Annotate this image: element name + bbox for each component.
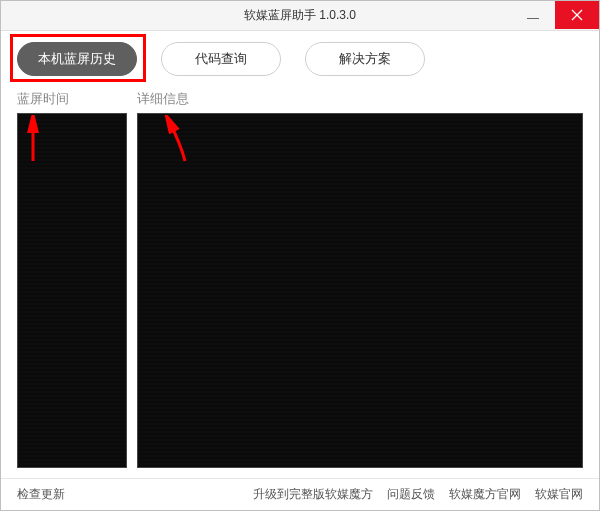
link-upgrade-full[interactable]: 升级到完整版软媒魔方 bbox=[253, 486, 373, 503]
titlebar[interactable]: 软媒蓝屏助手 1.0.3.0 bbox=[1, 1, 599, 31]
footer: 检查更新 升级到完整版软媒魔方 问题反馈 软媒魔方官网 软媒官网 bbox=[1, 478, 599, 510]
tab-bar: 本机蓝屏历史 代码查询 解决方案 bbox=[1, 31, 599, 87]
link-feedback[interactable]: 问题反馈 bbox=[387, 486, 435, 503]
footer-right: 升级到完整版软媒魔方 问题反馈 软媒魔方官网 软媒官网 bbox=[253, 486, 583, 503]
header-bsod-time: 蓝屏时间 bbox=[17, 90, 127, 108]
close-button[interactable] bbox=[555, 1, 599, 29]
app-window: 软媒蓝屏助手 1.0.3.0 本机蓝屏历史 代码查询 解决方案 蓝屏时间 详 bbox=[0, 0, 600, 511]
window-buttons bbox=[511, 1, 599, 31]
tab-history-label: 本机蓝屏历史 bbox=[38, 50, 116, 68]
content-panels bbox=[1, 111, 599, 478]
link-mofang-site[interactable]: 软媒魔方官网 bbox=[449, 486, 521, 503]
tab-solution[interactable]: 解决方案 bbox=[305, 42, 425, 76]
header-detail: 详细信息 bbox=[137, 90, 583, 108]
window-title: 软媒蓝屏助手 1.0.3.0 bbox=[244, 7, 356, 24]
minimize-button[interactable] bbox=[511, 1, 555, 29]
panel-headers: 蓝屏时间 详细信息 bbox=[1, 87, 599, 111]
tab-code-lookup-label: 代码查询 bbox=[195, 50, 247, 68]
panel-bsod-time[interactable] bbox=[17, 113, 127, 468]
link-ruanmei-site[interactable]: 软媒官网 bbox=[535, 486, 583, 503]
close-icon bbox=[571, 9, 583, 21]
tab-code-lookup[interactable]: 代码查询 bbox=[161, 42, 281, 76]
minimize-icon bbox=[527, 18, 539, 19]
link-check-update[interactable]: 检查更新 bbox=[17, 486, 65, 503]
tab-solution-label: 解决方案 bbox=[339, 50, 391, 68]
panel-detail[interactable] bbox=[137, 113, 583, 468]
tab-history[interactable]: 本机蓝屏历史 bbox=[17, 42, 137, 76]
